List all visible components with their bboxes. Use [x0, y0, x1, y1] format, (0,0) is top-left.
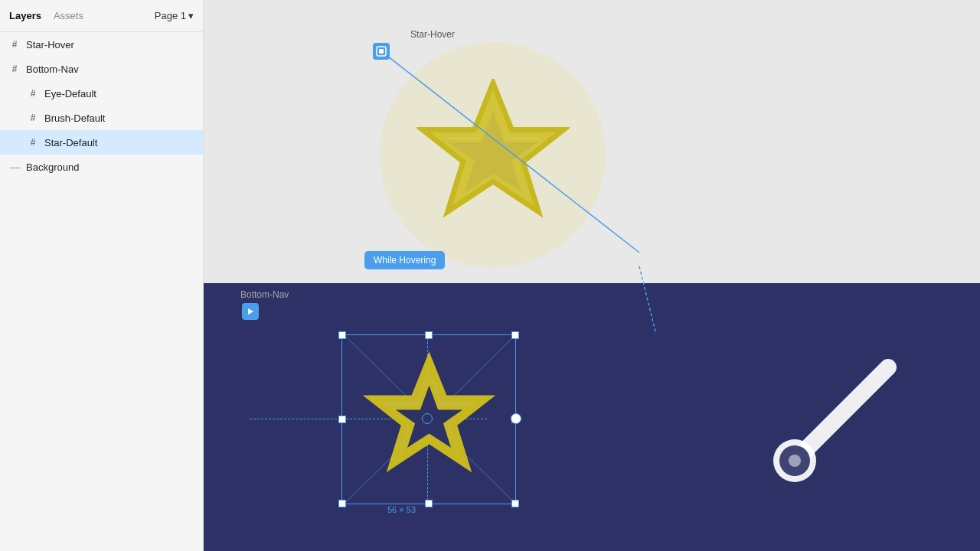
layer-label: Brush-Default — [44, 112, 105, 124]
svg-rect-10 — [379, 49, 384, 54]
layer-item-eye-default[interactable]: # Eye-Default — [0, 81, 203, 106]
layer-label: Star-Hover — [26, 39, 74, 51]
layer-label: Bottom-Nav — [26, 64, 79, 75]
layer-item-star-default[interactable]: # Star-Default — [0, 130, 203, 155]
hash-icon: # — [9, 64, 20, 74]
layer-item-background[interactable]: — Background — [0, 155, 203, 179]
canvas: Star-Hover While Hovering — [204, 0, 980, 551]
play-icon — [246, 307, 255, 316]
layer-label: Background — [26, 161, 79, 173]
hash-icon: # — [28, 137, 38, 148]
hash-icon: # — [9, 39, 20, 50]
hash-icon: # — [28, 88, 38, 99]
selection-center-handle[interactable] — [422, 413, 433, 424]
play-handle-bottom[interactable] — [242, 303, 259, 320]
layer-label: Star-Default — [44, 137, 97, 148]
svg-marker-11 — [248, 308, 253, 315]
sidebar: Layers Assets Page 1 ▾ # Star-Hover # Bo… — [0, 0, 204, 551]
dimensions-label: 56 × 53 — [387, 505, 416, 514]
canvas-bottom-area — [204, 283, 980, 551]
sidebar-header: Layers Assets Page 1 ▾ — [0, 0, 203, 32]
prototype-handle-top[interactable] — [373, 43, 390, 60]
page-label: Page 1 — [155, 10, 186, 21]
layer-label: Eye-Default — [44, 88, 96, 99]
layer-item-bottom-nav[interactable]: # Bottom-Nav — [0, 57, 203, 81]
dash-icon: — — [9, 161, 20, 172]
tab-layers[interactable]: Layers — [9, 8, 41, 23]
tab-assets[interactable]: Assets — [54, 8, 83, 23]
page-selector[interactable]: Page 1 ▾ — [155, 10, 194, 21]
chevron-down-icon: ▾ — [188, 10, 194, 21]
frame-label-star-hover: Star-Hover — [410, 29, 455, 40]
hash-icon: # — [28, 112, 38, 123]
prototype-icon — [376, 46, 387, 57]
frame-label-bottom-nav: Bottom-Nav — [240, 289, 289, 300]
star-hover-icon — [416, 79, 570, 232]
right-prototype-handle[interactable] — [511, 413, 521, 424]
layer-item-brush-default[interactable]: # Brush-Default — [0, 106, 203, 130]
hover-circle — [380, 42, 606, 268]
hover-badge: While Hovering — [364, 251, 445, 269]
layer-item-star-hover[interactable]: # Star-Hover — [0, 32, 203, 57]
